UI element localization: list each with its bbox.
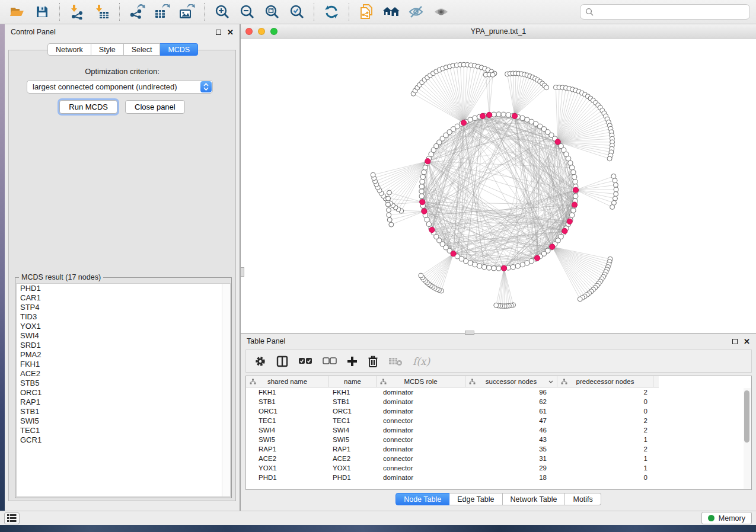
column-header-predecessor-nodes[interactable]: predecessor nodes [557, 376, 653, 387]
list-item[interactable]: STB5 [17, 379, 230, 388]
network-graph[interactable] [241, 39, 756, 333]
hide-selected-button[interactable] [405, 2, 428, 21]
show-all-button[interactable] [430, 2, 452, 21]
tab-motifs[interactable]: Motifs [565, 493, 601, 505]
list-item[interactable]: STP4 [17, 303, 230, 312]
task-history-button[interactable] [4, 512, 20, 524]
list-item[interactable]: FKH1 [17, 360, 230, 369]
list-item[interactable]: PMA2 [17, 350, 230, 360]
node-table: shared name name MCDS role successor nod… [245, 376, 752, 490]
deselect-all-button[interactable] [323, 357, 337, 366]
zoom-out-button[interactable] [235, 2, 258, 21]
export-table-icon [154, 4, 170, 20]
zoom-selected-button[interactable] [285, 2, 308, 21]
list-item[interactable]: RAP1 [17, 398, 230, 407]
table-toolbar: f(x) [245, 350, 752, 373]
table-row[interactable]: PHD1PHD1dominator180 [246, 473, 751, 482]
table-row[interactable]: ACE2ACE2connector311 [246, 454, 751, 463]
table-cell: connector [377, 455, 465, 462]
show-columns-button[interactable] [276, 355, 288, 367]
table-scrollbar[interactable] [744, 388, 751, 489]
table-row[interactable]: YOX1YOX1connector291 [246, 463, 751, 473]
table-cell: connector [377, 417, 465, 424]
float-panel-icon[interactable] [216, 30, 221, 35]
table-cell: RAP1 [329, 446, 377, 453]
tab-node-table[interactable]: Node Table [395, 493, 449, 505]
delete-column-button[interactable] [368, 355, 378, 367]
table-cell: 1 [557, 464, 653, 472]
import-table-button[interactable] [91, 2, 113, 21]
close-panel-icon[interactable]: ✕ [227, 28, 234, 36]
table-cell: 62 [465, 398, 557, 405]
search-input[interactable] [597, 8, 745, 16]
select-stepper-icon [200, 81, 212, 92]
table-scrollbar-thumb[interactable] [744, 390, 749, 443]
table-cell: SWI5 [246, 436, 329, 443]
list-item[interactable]: YOX1 [17, 322, 230, 331]
network-file-button[interactable] [355, 2, 378, 21]
list-item[interactable]: SRD1 [17, 341, 230, 350]
close-panel-button[interactable]: Close panel [125, 100, 185, 114]
table-row[interactable]: ORC1ORC1dominator610 [246, 406, 751, 416]
list-item[interactable]: SWI4 [17, 331, 230, 341]
tab-edge-table[interactable]: Edge Table [449, 493, 502, 505]
table-panel-title: Table Panel [247, 337, 285, 345]
column-header-shared-name[interactable]: shared name [246, 376, 329, 387]
table-cell: ACE2 [329, 455, 377, 462]
list-item[interactable]: GCR1 [17, 435, 230, 445]
float-table-panel-icon[interactable] [732, 339, 738, 344]
export-table-button[interactable] [151, 2, 173, 21]
table-row[interactable]: RAP1RAP1dominator352 [246, 444, 751, 454]
mcds-result-title: MCDS result (17 nodes) [19, 273, 103, 281]
tab-style[interactable]: Style [91, 43, 124, 56]
memory-button[interactable]: Memory [701, 512, 752, 524]
home-button[interactable] [380, 2, 403, 21]
close-table-panel-icon[interactable]: ✕ [744, 338, 750, 345]
column-header-name[interactable]: name [329, 376, 377, 387]
column-header-successor-nodes[interactable]: successor nodes [465, 376, 557, 387]
list-item[interactable]: TID3 [17, 312, 230, 322]
vertical-splitter-handle[interactable] [240, 267, 244, 277]
save-session-icon [35, 5, 49, 19]
table-row[interactable]: FKH1FKH1dominator962 [246, 387, 751, 397]
zoom-selected-icon [289, 4, 305, 20]
save-session-button[interactable] [31, 2, 53, 21]
table-row[interactable]: SWI5SWI5connector431 [246, 435, 751, 444]
table-cell: dominator [377, 474, 465, 481]
mcds-result-list[interactable]: PHD1CAR1STP4TID3YOX1SWI4SRD1PMA2FKH1ACE2… [16, 283, 231, 497]
export-image-button[interactable] [176, 2, 198, 21]
table-row[interactable]: STB1STB1dominator620 [246, 397, 751, 406]
list-item[interactable]: ORC1 [17, 388, 230, 398]
tab-select[interactable]: Select [124, 43, 161, 56]
result-list-scrollbar[interactable] [222, 284, 230, 496]
select-all-button[interactable] [298, 357, 312, 366]
table-row[interactable]: TEC1TEC1connector472 [246, 416, 751, 425]
table-row[interactable]: SWI4SWI4dominator462 [246, 425, 751, 435]
node-table-header: shared name name MCDS role successor nod… [246, 376, 659, 387]
tab-network[interactable]: Network [47, 43, 91, 56]
list-item[interactable]: PHD1 [17, 284, 230, 293]
run-mcds-button[interactable]: Run MCDS [59, 100, 117, 114]
list-item[interactable]: CAR1 [17, 293, 230, 303]
list-item[interactable]: STB1 [17, 407, 230, 416]
list-item[interactable]: ACE2 [17, 369, 230, 379]
table-settings-button[interactable] [254, 355, 266, 367]
import-network-button[interactable] [66, 2, 88, 21]
import-network-icon [69, 4, 85, 20]
export-network-button[interactable] [126, 2, 148, 21]
open-file-button[interactable] [6, 2, 28, 21]
hide-selected-icon [408, 5, 425, 19]
tab-mcds[interactable]: MCDS [160, 43, 198, 56]
add-column-button[interactable] [347, 356, 358, 367]
table-cell: connector [377, 436, 465, 443]
list-item[interactable]: TEC1 [17, 426, 230, 435]
tab-network-table[interactable]: Network Table [503, 493, 566, 505]
refresh-view-button[interactable] [320, 2, 343, 21]
table-panel: Table Panel ✕ f(x) [240, 333, 756, 511]
list-item[interactable]: SWI5 [17, 416, 230, 426]
zoom-fit-button[interactable] [260, 2, 283, 21]
zoom-in-button[interactable] [210, 2, 233, 21]
horizontal-splitter-handle[interactable] [465, 331, 474, 335]
column-header-mcds-role[interactable]: MCDS role [377, 376, 465, 387]
criterion-select[interactable]: largest connected component (undirected) [27, 80, 213, 94]
